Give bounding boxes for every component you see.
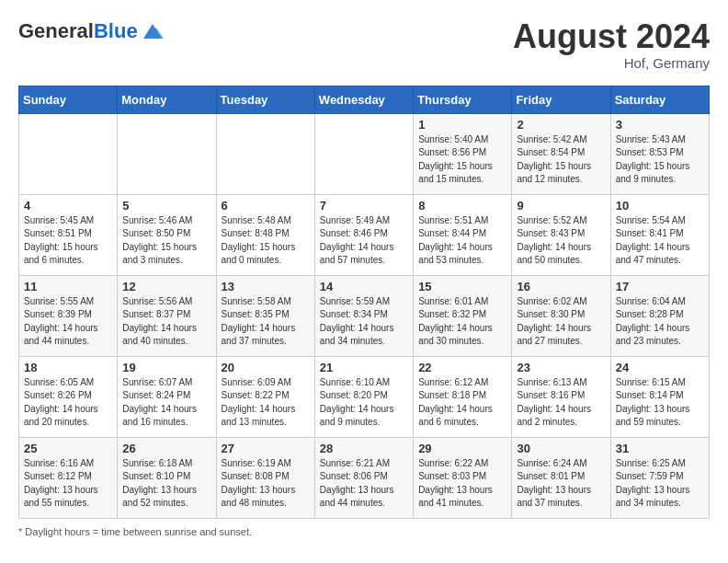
calendar-week-row: 18Sunrise: 6:05 AM Sunset: 8:26 PM Dayli… (19, 356, 710, 437)
day-info-text: Sunrise: 6:24 AM Sunset: 8:01 PM Dayligh… (517, 457, 605, 511)
day-info-text: Sunrise: 6:19 AM Sunset: 8:08 PM Dayligh… (222, 457, 310, 511)
day-info-text: Sunrise: 6:02 AM Sunset: 8:30 PM Dayligh… (517, 295, 605, 349)
calendar-day-cell: 6Sunrise: 5:48 AM Sunset: 8:48 PM Daylig… (216, 194, 314, 275)
footer-note: * Daylight hours = time between sunrise … (18, 526, 710, 537)
logo-blue-text: Blue (94, 19, 138, 42)
day-number: 31 (616, 442, 704, 455)
calendar-day-cell: 5Sunrise: 5:46 AM Sunset: 8:50 PM Daylig… (118, 194, 216, 275)
day-info-text: Sunrise: 6:22 AM Sunset: 8:03 PM Dayligh… (418, 457, 506, 511)
calendar-day-cell: 16Sunrise: 6:02 AM Sunset: 8:30 PM Dayli… (512, 275, 610, 356)
calendar-day-cell: 18Sunrise: 6:05 AM Sunset: 8:26 PM Dayli… (19, 356, 118, 437)
calendar-day-cell: 20Sunrise: 6:09 AM Sunset: 8:22 PM Dayli… (216, 356, 314, 437)
calendar-table: SundayMondayTuesdayWednesdayThursdayFrid… (18, 86, 710, 519)
calendar-day-cell: 25Sunrise: 6:16 AM Sunset: 8:12 PM Dayli… (19, 437, 118, 518)
location-subtitle: Hof, Germany (513, 55, 710, 71)
calendar-day-cell: 3Sunrise: 5:43 AM Sunset: 8:53 PM Daylig… (610, 113, 709, 194)
day-number: 11 (24, 280, 112, 293)
day-info-text: Sunrise: 6:09 AM Sunset: 8:22 PM Dayligh… (222, 376, 310, 430)
day-info-text: Sunrise: 6:25 AM Sunset: 7:59 PM Dayligh… (616, 457, 704, 511)
calendar-day-cell: 24Sunrise: 6:15 AM Sunset: 8:14 PM Dayli… (610, 356, 709, 437)
day-info-text: Sunrise: 5:56 AM Sunset: 8:37 PM Dayligh… (122, 295, 210, 349)
calendar-day-cell: 30Sunrise: 6:24 AM Sunset: 8:01 PM Dayli… (512, 437, 610, 518)
day-number: 29 (418, 442, 506, 455)
day-number: 17 (616, 280, 704, 293)
day-info-text: Sunrise: 5:45 AM Sunset: 8:51 PM Dayligh… (24, 214, 112, 268)
day-number: 22 (418, 361, 506, 374)
day-number: 9 (517, 199, 605, 213)
logo-general-text: General (18, 19, 94, 42)
calendar-day-cell: 4Sunrise: 5:45 AM Sunset: 8:51 PM Daylig… (19, 194, 118, 275)
calendar-day-cell: 23Sunrise: 6:13 AM Sunset: 8:16 PM Dayli… (512, 356, 610, 437)
day-number: 8 (418, 199, 506, 213)
day-info-text: Sunrise: 6:18 AM Sunset: 8:10 PM Dayligh… (122, 457, 210, 511)
day-info-text: Sunrise: 5:46 AM Sunset: 8:50 PM Dayligh… (122, 214, 210, 268)
day-info-text: Sunrise: 5:54 AM Sunset: 8:41 PM Dayligh… (616, 214, 704, 268)
calendar-day-cell: 2Sunrise: 5:42 AM Sunset: 8:54 PM Daylig… (512, 113, 610, 194)
logo-icon (140, 18, 165, 44)
calendar-day-cell: 17Sunrise: 6:04 AM Sunset: 8:28 PM Dayli… (610, 275, 709, 356)
day-info-text: Sunrise: 5:58 AM Sunset: 8:35 PM Dayligh… (222, 295, 310, 349)
day-info-text: Sunrise: 6:21 AM Sunset: 8:06 PM Dayligh… (320, 457, 408, 511)
day-of-week-header: Saturday (610, 86, 709, 113)
day-number: 15 (418, 280, 506, 293)
day-info-text: Sunrise: 5:52 AM Sunset: 8:43 PM Dayligh… (517, 214, 605, 268)
calendar-week-row: 4Sunrise: 5:45 AM Sunset: 8:51 PM Daylig… (19, 194, 710, 275)
day-number: 28 (320, 442, 408, 455)
calendar-day-cell: 15Sunrise: 6:01 AM Sunset: 8:32 PM Dayli… (414, 275, 512, 356)
day-number: 25 (24, 442, 112, 455)
day-number: 27 (222, 442, 310, 455)
day-of-week-header: Wednesday (314, 86, 413, 113)
calendar-day-cell: 14Sunrise: 5:59 AM Sunset: 8:34 PM Dayli… (314, 275, 413, 356)
calendar-day-cell (19, 113, 118, 194)
day-of-week-header: Tuesday (216, 86, 314, 113)
day-info-text: Sunrise: 6:13 AM Sunset: 8:16 PM Dayligh… (517, 376, 605, 430)
calendar-day-cell (216, 113, 314, 194)
calendar-week-row: 11Sunrise: 5:55 AM Sunset: 8:39 PM Dayli… (19, 275, 710, 356)
day-number: 3 (616, 118, 704, 132)
daylight-label: Daylight hours (25, 526, 89, 537)
calendar-day-cell: 19Sunrise: 6:07 AM Sunset: 8:24 PM Dayli… (118, 356, 216, 437)
day-number: 23 (517, 361, 605, 374)
calendar-day-cell: 13Sunrise: 5:58 AM Sunset: 8:35 PM Dayli… (216, 275, 314, 356)
day-info-text: Sunrise: 5:43 AM Sunset: 8:53 PM Dayligh… (616, 133, 704, 187)
calendar-day-cell: 27Sunrise: 6:19 AM Sunset: 8:08 PM Dayli… (216, 437, 314, 518)
day-of-week-header: Thursday (414, 86, 512, 113)
day-number: 19 (122, 361, 210, 374)
day-info-text: Sunrise: 6:07 AM Sunset: 8:24 PM Dayligh… (122, 376, 210, 430)
day-info-text: Sunrise: 5:59 AM Sunset: 8:34 PM Dayligh… (320, 295, 408, 349)
day-number: 18 (24, 361, 112, 374)
day-number: 2 (517, 118, 605, 132)
day-number: 6 (222, 199, 310, 213)
month-year-title: August 2024 (513, 18, 710, 55)
calendar-day-cell (314, 113, 413, 194)
day-info-text: Sunrise: 6:12 AM Sunset: 8:18 PM Dayligh… (418, 376, 506, 430)
calendar-day-cell: 12Sunrise: 5:56 AM Sunset: 8:37 PM Dayli… (118, 275, 216, 356)
day-number: 1 (418, 118, 506, 132)
day-number: 21 (320, 361, 408, 374)
day-of-week-header: Monday (118, 86, 216, 113)
day-info-text: Sunrise: 6:15 AM Sunset: 8:14 PM Dayligh… (616, 376, 704, 430)
day-info-text: Sunrise: 6:01 AM Sunset: 8:32 PM Dayligh… (418, 295, 506, 349)
day-number: 30 (517, 442, 605, 455)
day-number: 12 (122, 280, 210, 293)
days-header-row: SundayMondayTuesdayWednesdayThursdayFrid… (19, 86, 710, 113)
day-number: 4 (24, 199, 112, 213)
day-of-week-header: Friday (512, 86, 610, 113)
calendar-day-cell: 7Sunrise: 5:49 AM Sunset: 8:46 PM Daylig… (314, 194, 413, 275)
calendar-day-cell: 26Sunrise: 6:18 AM Sunset: 8:10 PM Dayli… (118, 437, 216, 518)
day-info-text: Sunrise: 5:40 AM Sunset: 8:56 PM Dayligh… (418, 133, 506, 187)
calendar-day-cell: 1Sunrise: 5:40 AM Sunset: 8:56 PM Daylig… (414, 113, 512, 194)
day-number: 16 (517, 280, 605, 293)
calendar-day-cell: 21Sunrise: 6:10 AM Sunset: 8:20 PM Dayli… (314, 356, 413, 437)
calendar-day-cell: 10Sunrise: 5:54 AM Sunset: 8:41 PM Dayli… (610, 194, 709, 275)
calendar-day-cell: 9Sunrise: 5:52 AM Sunset: 8:43 PM Daylig… (512, 194, 610, 275)
day-number: 13 (222, 280, 310, 293)
day-of-week-header: Sunday (19, 86, 118, 113)
calendar-day-cell: 22Sunrise: 6:12 AM Sunset: 8:18 PM Dayli… (414, 356, 512, 437)
day-number: 26 (122, 442, 210, 455)
title-block: August 2024 Hof, Germany (513, 18, 710, 71)
day-number: 7 (320, 199, 408, 213)
calendar-week-row: 1Sunrise: 5:40 AM Sunset: 8:56 PM Daylig… (19, 113, 710, 194)
day-info-text: Sunrise: 6:16 AM Sunset: 8:12 PM Dayligh… (24, 457, 112, 511)
day-info-text: Sunrise: 6:04 AM Sunset: 8:28 PM Dayligh… (616, 295, 704, 349)
